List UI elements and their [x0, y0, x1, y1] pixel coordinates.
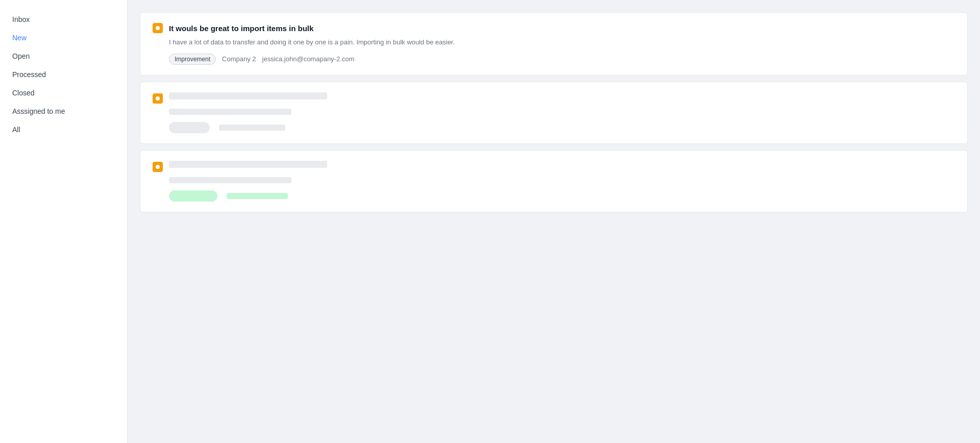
- skeleton-badge-2: [169, 190, 217, 202]
- sidebar-item-processed[interactable]: Processed: [0, 65, 127, 84]
- ticket-header: It wouls be great to import items in bul…: [153, 23, 955, 33]
- ticket-badge: Improvement: [169, 54, 216, 65]
- skeleton-body-2: [169, 177, 291, 183]
- ticket-card-skeleton-2[interactable]: [140, 150, 968, 212]
- sidebar-item-new[interactable]: New: [0, 29, 127, 47]
- ticket-status-icon-skeleton-2: [153, 162, 163, 172]
- sidebar: Inbox New Open Processed Closed Asssigne…: [0, 0, 128, 443]
- ticket-icon-inner: [156, 26, 160, 30]
- ticket-header-skeleton: [153, 92, 955, 105]
- ticket-header-skeleton-2: [153, 161, 955, 173]
- sidebar-item-closed[interactable]: Closed: [0, 84, 127, 102]
- ticket-status-icon-skeleton: [153, 93, 163, 104]
- ticket-body: I have a lot of data to transfer and doi…: [153, 37, 955, 47]
- skeleton-title-1: [169, 92, 327, 100]
- ticket-email: jessica.john@comapany-2.com: [262, 55, 355, 63]
- skeleton-title-2: [169, 161, 327, 168]
- ticket-card[interactable]: It wouls be great to import items in bul…: [140, 12, 968, 76]
- sidebar-item-assigned-to-me[interactable]: Asssigned to me: [0, 102, 127, 120]
- skeleton-body-1: [169, 109, 291, 115]
- ticket-title: It wouls be great to import items in bul…: [169, 24, 313, 33]
- sidebar-item-open[interactable]: Open: [0, 47, 127, 65]
- ticket-status-icon: [153, 23, 163, 33]
- sidebar-item-all[interactable]: All: [0, 120, 127, 139]
- ticket-card-skeleton-1[interactable]: [140, 82, 968, 144]
- skeleton-meta-1: [219, 125, 285, 131]
- ticket-company: Company 2: [222, 55, 256, 63]
- sidebar-item-inbox[interactable]: Inbox: [0, 10, 127, 29]
- main-content: It wouls be great to import items in bul…: [128, 0, 980, 443]
- ticket-meta: Improvement Company 2 jessica.john@comap…: [153, 54, 955, 65]
- skeleton-meta-2: [227, 193, 288, 199]
- skeleton-badge-1: [169, 122, 210, 133]
